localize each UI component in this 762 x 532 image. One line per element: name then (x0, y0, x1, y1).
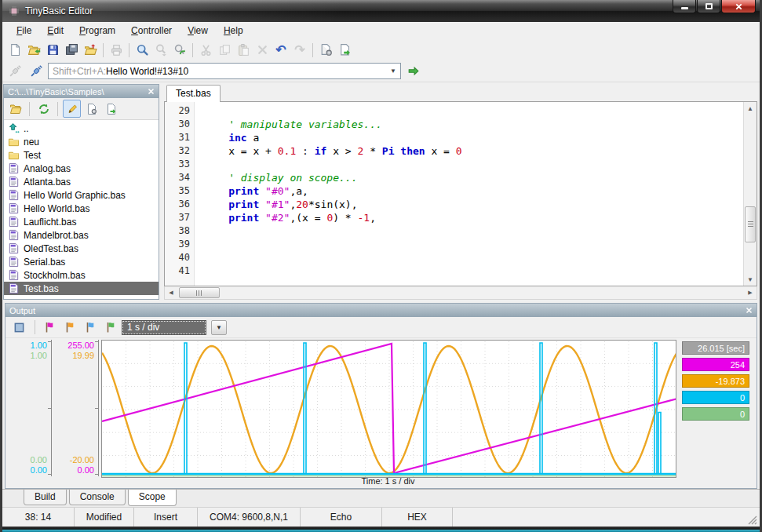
file-item-stockholm-bas[interactable]: Stockholm.bas (4, 268, 159, 282)
status-modified[interactable]: Modified (75, 508, 134, 527)
status-echo[interactable]: Echo (301, 508, 382, 527)
save-button[interactable] (43, 41, 62, 59)
status-com-port[interactable]: COM4: 9600,8,N,1 (198, 508, 301, 527)
menu-item-file[interactable]: File (9, 24, 39, 38)
file-item-test-bas[interactable]: Test.bas (4, 282, 159, 295)
bas-file-icon (7, 176, 20, 188)
disconnect-button[interactable] (5, 62, 24, 80)
file-item-oledtest-bas[interactable]: OledTest.bas (4, 242, 159, 255)
tab-console[interactable]: Console (69, 490, 126, 505)
file-export-button[interactable] (102, 100, 120, 118)
status-insert-mode[interactable]: Insert (134, 508, 198, 527)
open-folder-icon (9, 103, 22, 115)
flag-magenta-button[interactable] (42, 319, 57, 337)
file-item-test[interactable]: Test (4, 148, 159, 162)
output-title: Output (9, 306, 35, 315)
timebase-dropdown-button[interactable]: ▼ (211, 320, 227, 335)
code-token: * (363, 145, 381, 157)
axis-tick (48, 408, 52, 409)
menu-item-program[interactable]: Program (71, 24, 123, 38)
title-bar[interactable]: TinyBasic Editor (2, 0, 760, 22)
paste-button[interactable] (234, 41, 253, 59)
app-chip-icon (8, 5, 20, 17)
scroll-down-button[interactable]: ▼ (744, 273, 757, 286)
cut-button[interactable] (196, 41, 215, 59)
format-script-button[interactable] (316, 41, 335, 59)
redo-icon: ↷ (294, 44, 304, 56)
output-close-button[interactable] (746, 307, 753, 314)
file-item-hello-world-bas[interactable]: Hello World.bas (4, 202, 159, 215)
main-toolbar: ↶↷ (2, 39, 760, 60)
flag-green-button[interactable] (103, 319, 118, 337)
status-hex[interactable]: HEX (382, 508, 453, 527)
refresh-button[interactable] (35, 100, 53, 118)
open-file-button[interactable] (24, 41, 43, 59)
paste-icon (237, 43, 250, 56)
copy-button[interactable] (215, 41, 234, 59)
scroll-left-button[interactable]: ◀ (165, 290, 177, 296)
send-button[interactable] (403, 62, 422, 80)
resize-grip-icon[interactable] (747, 515, 757, 525)
code-token: "#2" (265, 212, 290, 224)
combo-dropdown-icon[interactable]: ▼ (390, 67, 396, 75)
editor-tab-bar: Test.bas (164, 84, 757, 101)
file-panel-close-button[interactable] (148, 88, 155, 95)
status-cursor-position[interactable]: 38: 14 (2, 508, 75, 527)
tab-scope[interactable]: Scope (128, 490, 177, 506)
connect-toolbar: Shift+Ctrl+A: Hello World!#13#10 ▼ (2, 60, 760, 82)
undo-button[interactable]: ↶ (272, 41, 290, 59)
close-file-button[interactable] (81, 41, 100, 59)
axis-label: -20.00 (70, 455, 94, 465)
code-editor[interactable]: 29303132333435363738394041 ' manipulate … (164, 101, 757, 286)
delete-button[interactable] (253, 41, 272, 59)
tab-test-bas[interactable]: Test.bas (166, 85, 221, 102)
file-item-atlanta-bas[interactable]: Atlanta.bas (4, 175, 159, 188)
run-script-button[interactable] (335, 41, 354, 59)
file-item--[interactable]: .. (4, 122, 159, 135)
open-folder-button[interactable] (6, 100, 24, 118)
file-item-analog-bas[interactable]: Analog.bas (4, 162, 159, 175)
horizontal-scroll-thumb[interactable] (179, 287, 220, 298)
find-button[interactable] (133, 41, 151, 59)
flag-blue-button[interactable] (82, 319, 98, 337)
new-file-icon (9, 43, 22, 56)
file-item-hello-world-graphic-bas[interactable]: Hello World Graphic.bas (4, 188, 159, 202)
menu-item-edit[interactable]: Edit (39, 24, 71, 38)
scroll-right-button[interactable]: ▶ (744, 290, 757, 296)
find-next-button[interactable] (151, 41, 170, 59)
file-item-label: Hello World.bas (24, 203, 89, 214)
code-token (259, 212, 265, 224)
maximize-button[interactable] (697, 0, 720, 13)
tab-build[interactable]: Build (24, 490, 67, 505)
minimize-icon (681, 7, 688, 9)
menu-item-controller[interactable]: Controller (123, 24, 180, 38)
menu-item-view[interactable]: View (180, 24, 216, 38)
cut-icon (199, 43, 213, 56)
connect-button[interactable] (27, 62, 46, 80)
save-all-button[interactable] (62, 41, 81, 59)
plug-off-icon (9, 64, 22, 78)
new-file-button[interactable] (5, 41, 24, 59)
menu-item-help[interactable]: Help (216, 24, 251, 38)
vertical-scrollbar[interactable]: ▲ ▼ (743, 102, 757, 286)
code-area[interactable]: ' manipulate variables... inc a x = x + … (195, 102, 743, 286)
horizontal-scrollbar[interactable]: ◀ ▶ (164, 286, 757, 300)
edit-pencil-button[interactable] (63, 100, 81, 118)
send-string-combobox[interactable]: Shift+Ctrl+A: Hello World!#13#10 ▼ (48, 63, 401, 79)
file-settings-button[interactable] (82, 100, 100, 118)
redo-button[interactable]: ↷ (290, 41, 309, 59)
code-line: print "#0",a, (198, 184, 743, 198)
vertical-scroll-thumb[interactable] (745, 206, 756, 242)
flag-orange-button[interactable] (62, 319, 78, 337)
file-item-lauflicht-bas[interactable]: Lauflicht.bas (4, 215, 159, 228)
close-button[interactable] (721, 0, 756, 13)
scroll-up-button[interactable]: ▲ (744, 102, 757, 115)
file-item-mandelbrot-bas[interactable]: Mandelbrot.bas (4, 228, 159, 242)
file-item-neu[interactable]: neu (4, 135, 159, 148)
minimize-button[interactable] (673, 0, 696, 13)
print-button[interactable] (107, 41, 126, 59)
pause-button[interactable] (9, 319, 28, 337)
file-item-serial-bas[interactable]: Serial.bas (4, 255, 159, 268)
timebase-combobox[interactable]: 1 s / div (122, 320, 206, 335)
replace-button[interactable] (170, 41, 189, 59)
